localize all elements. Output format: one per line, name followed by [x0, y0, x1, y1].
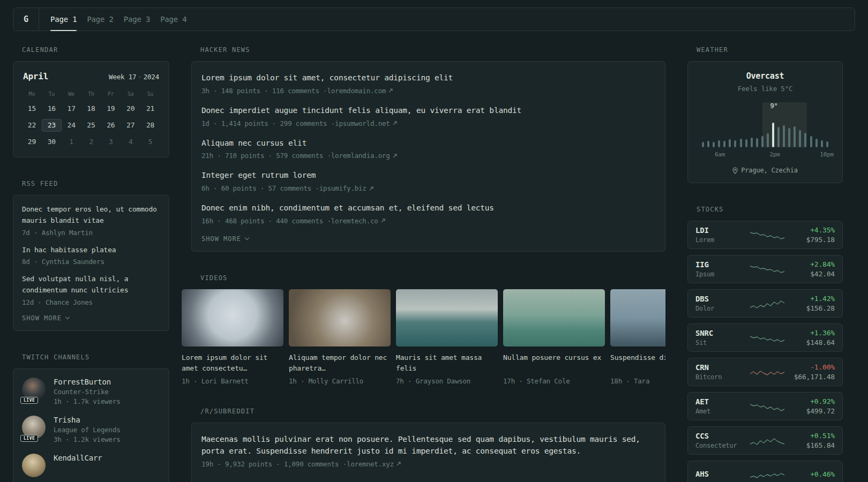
rss-card: Donec tempor eros leo, ut commodo mauris… [13, 195, 169, 331]
stock-row[interactable]: CCSConsectetur +0.51%$165.84 [687, 426, 843, 455]
hn-item-title[interactable]: Lorem ipsum dolor sit amet, consectetur … [201, 72, 655, 84]
video-title[interactable]: Lorem ipsum dolor sit amet consectetu… [182, 352, 283, 374]
hn-item-title[interactable]: Integer eget rutrum lorem [201, 170, 655, 182]
subreddit-meta-text: 19h · 9,932 points · 1,090 comments · [201, 460, 347, 468]
list-item: In hac habitasse platea 8d · Cynthia Sau… [22, 245, 160, 266]
channel-info: KendallCarr [54, 454, 102, 477]
video-thumbnail[interactable] [503, 289, 605, 347]
hn-item-meta: 21h · 710 points · 579 comments · loreml… [201, 152, 655, 160]
video-thumbnail[interactable] [610, 289, 665, 347]
nav-tab-page-3[interactable]: Page 3 [124, 8, 150, 31]
stocks-widget: STOCKS LDILorem +4.35%$795.18 IIGIpsum +… [687, 206, 843, 482]
weather-feels-like: Feels like 5°C [697, 85, 834, 93]
stock-row[interactable]: SNRCSit +1.36%$148.64 [687, 323, 843, 352]
hn-domain-link[interactable]: ipsumworld.net [335, 119, 390, 127]
weather-bar [810, 136, 812, 147]
rss-item-title[interactable]: Donec tempor eros leo, ut commodo mauris… [22, 204, 160, 227]
show-more-button[interactable]: SHOW MORE [22, 314, 160, 322]
hn-item-title[interactable]: Donec imperdiet augue tincidunt felis al… [201, 105, 655, 117]
weather-bar [745, 139, 747, 147]
show-more-button[interactable]: SHOW MORE [201, 235, 655, 243]
video-card[interactable]: Nullam posuere cursus ex 17h · Stefan Co… [503, 289, 605, 385]
hn-domain-link[interactable]: loremdomain.com [327, 87, 386, 95]
stock-sparkline [750, 228, 784, 242]
video-title[interactable]: Aliquam tempor dolor nec pharetra… [289, 352, 391, 374]
hn-meta-text: 3h · 148 points · 116 comments · [201, 87, 327, 95]
subreddit-domain-link[interactable]: loremnet.xyz [347, 460, 394, 468]
channel-name[interactable]: ForrestBurton [54, 378, 121, 386]
show-more-label: SHOW MORE [201, 235, 241, 243]
dow-label: Mo [22, 91, 42, 97]
hn-domain-link[interactable]: loremtech.co [331, 217, 378, 225]
stock-row[interactable]: AETAmet +0.92%$499.72 [687, 392, 843, 420]
stock-symbol: AET [695, 397, 745, 406]
weather-bar [772, 123, 774, 147]
hn-card: Lorem ipsum dolor sit amet, consectetur … [191, 61, 665, 252]
weather-bar [783, 125, 785, 147]
nav-tab-page-4[interactable]: Page 4 [160, 8, 186, 31]
twitch-channel[interactable]: LIVE ForrestBurton Counter-Strike 1h · 1… [22, 378, 160, 405]
hn-domain-link[interactable]: loremlandia.org [331, 152, 390, 160]
stock-symbol: IIG [695, 260, 745, 269]
twitch-channel[interactable]: LIVE Trisha League of Legends 3h · 1.2k … [22, 416, 160, 443]
weather-bars [702, 102, 828, 147]
hn-item-title[interactable]: Aliquam nec cursus elit [201, 138, 655, 149]
stock-price: $499.72 [790, 407, 835, 415]
chevron-down-icon [245, 236, 249, 240]
twitch-channel[interactable]: KendallCarr [22, 454, 160, 477]
weather-bar [734, 140, 736, 147]
video-card[interactable]: Mauris sit amet massa felis 7h · Grayson… [396, 289, 498, 385]
calendar-day: 20 [121, 102, 140, 115]
stock-sparkline [750, 331, 784, 345]
hn-meta-text: 16h · 468 points · 440 comments · [201, 217, 331, 225]
videos-widget: VIDEOS Lorem ipsum dolor sit amet consec… [191, 274, 665, 385]
app-logo[interactable]: G [13, 8, 39, 31]
weather-bar [718, 140, 720, 147]
calendar-header: April Week 17·2024 [22, 70, 160, 81]
stock-row[interactable]: DBSDolor +1.42%$156.28 [687, 289, 843, 318]
stock-symbol: SNRC [695, 329, 745, 337]
stock-change: -1.00% [790, 363, 835, 371]
hn-domain-link[interactable]: ipsumify.biz [319, 184, 366, 192]
stock-row[interactable]: AHS +0.46% [687, 461, 843, 482]
nav-tab-page-2[interactable]: Page 2 [87, 8, 113, 31]
channel-name[interactable]: Trisha [54, 416, 121, 424]
calendar-section-title: CALENDAR [22, 46, 169, 54]
video-thumbnail[interactable] [289, 289, 391, 347]
nav-tab-page-1[interactable]: Page 1 [50, 8, 77, 31]
stock-row[interactable]: IIGIpsum +2.84%$42.04 [687, 255, 843, 283]
channel-name[interactable]: KendallCarr [54, 454, 102, 462]
live-badge: LIVE [20, 397, 38, 404]
channel-viewers: 1h · 1.7k viewers [54, 397, 121, 405]
hn-section-title: HACKER NEWS [200, 46, 665, 54]
video-card[interactable]: Lorem ipsum dolor sit amet consectetu… 1… [182, 289, 283, 385]
stock-row[interactable]: LDILorem +4.35%$795.18 [687, 221, 843, 249]
weather-time-label: 2pm [769, 151, 780, 158]
subreddit-post-title[interactable]: Maecenas mollis pulvinar erat non posuer… [201, 434, 655, 457]
video-thumbnail[interactable] [396, 289, 498, 347]
weather-bar [751, 138, 753, 147]
avatar-wrap: LIVE [22, 378, 46, 401]
stock-change: +0.46% [790, 470, 835, 478]
calendar-widget: CALENDAR April Week 17·2024 Mo Tu We Th … [13, 46, 169, 157]
video-card[interactable]: Suspendisse diam 18h · Tara [610, 289, 665, 385]
calendar-day: 28 [140, 119, 160, 132]
rss-section-title: RSS FEED [22, 180, 169, 187]
stock-row[interactable]: CRNBitcorn -1.00%$66,171.48 [687, 358, 843, 386]
twitch-card: LIVE ForrestBurton Counter-Strike 1h · 1… [13, 368, 169, 482]
video-thumbnail[interactable] [182, 289, 283, 347]
list-item: Aliquam nec cursus elit 21h · 710 points… [201, 138, 655, 160]
video-title[interactable]: Mauris sit amet massa felis [396, 352, 498, 374]
video-title[interactable]: Nullam posuere cursus ex [503, 352, 605, 374]
stock-sparkline [750, 365, 784, 379]
separator-dot: · [136, 73, 143, 81]
video-card[interactable]: Aliquam tempor dolor nec pharetra… 1h · … [289, 289, 391, 385]
external-link-icon [393, 121, 397, 125]
video-meta: 7h · Grayson Dawson [396, 377, 498, 385]
hn-item-title[interactable]: Donec enim nibh, condimentum et accumsan… [201, 202, 655, 214]
rss-item-title[interactable]: Sed volutpat nulla nisl, a condimentum n… [22, 274, 160, 296]
rss-item-title[interactable]: In hac habitasse platea [22, 245, 160, 256]
video-title[interactable]: Suspendisse diam [610, 352, 665, 374]
weather-bar [761, 136, 764, 147]
dow-label: We [62, 91, 81, 97]
